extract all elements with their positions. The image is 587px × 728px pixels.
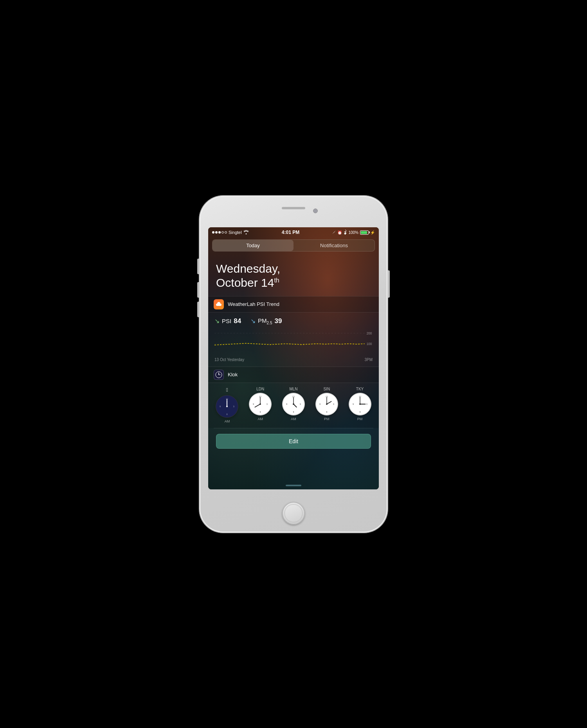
psi-arrow-icon: ↘ <box>214 317 220 325</box>
clock-mln: MLN 12 3 6 9 <box>282 387 305 421</box>
speaker <box>282 207 305 209</box>
date-month-day: October 14th <box>216 276 371 290</box>
svg-text:6: 6 <box>227 413 228 415</box>
svg-text:3: 3 <box>366 403 367 405</box>
weatherlah-widget-header: WeatherLah PSI Trend <box>208 296 379 313</box>
pm-item: ↘ PM2.5 39 <box>250 317 282 325</box>
date-suffix: th <box>274 277 279 284</box>
signal-dot-5 <box>225 231 227 234</box>
klok-widget-header: Klok <box>208 367 379 383</box>
tab-bar[interactable]: Today Notifications <box>212 239 375 252</box>
edit-section: Edit <box>208 428 379 454</box>
psi-item: ↘ PSI 84 <box>214 317 241 325</box>
weatherlah-content: ↘ PSI 84 ↘ PM2.5 39 <box>208 313 379 367</box>
clock-tky: TKY 12 3 6 9 <box>349 387 371 421</box>
battery-icon <box>360 230 369 235</box>
signal-dot-1 <box>212 231 214 234</box>
signal-dot-2 <box>215 231 218 234</box>
phone-shell: Singtel 4:01 PM <box>200 196 387 532</box>
psi-chart: 200 100 <box>214 329 373 356</box>
svg-text:12: 12 <box>359 395 361 397</box>
svg-text:12: 12 <box>259 395 262 397</box>
clock-face-local: 12 3 6 9 <box>216 395 238 418</box>
charging-icon: ⚡ <box>370 230 375 235</box>
wifi-icon <box>243 230 249 235</box>
tab-notifications[interactable]: Notifications <box>294 240 375 251</box>
svg-text:12: 12 <box>326 395 328 397</box>
svg-point-45 <box>359 403 361 405</box>
status-left: Singtel <box>212 230 249 235</box>
status-right: ⏰ 100% <box>332 230 375 235</box>
home-button-inner <box>284 504 303 522</box>
front-camera <box>313 209 318 213</box>
svg-text:3: 3 <box>266 403 268 405</box>
svg-text:3: 3 <box>333 403 334 405</box>
pm-arrow-icon: ↘ <box>250 317 256 325</box>
screen-content: Singtel 4:01 PM <box>208 227 379 489</box>
svg-text:200: 200 <box>367 331 372 335</box>
svg-text:12: 12 <box>292 395 295 397</box>
svg-point-37 <box>326 403 328 405</box>
klok-content:  12 3 6 9 <box>208 383 379 428</box>
pm-label: PM2.5 <box>258 317 272 325</box>
location-icon <box>332 230 336 235</box>
clock-face-sin: 12 3 6 9 <box>315 393 338 415</box>
edit-button[interactable]: Edit <box>216 434 371 449</box>
chart-label-left: 13 Oct Yesterday <box>214 358 244 362</box>
clock-face-mln: 12 3 6 9 <box>282 393 305 415</box>
tab-today[interactable]: Today <box>212 240 294 251</box>
svg-text:9: 9 <box>220 405 221 407</box>
clock-face-tky: 12 3 6 9 <box>349 393 371 415</box>
clock-ldn-label: LDN <box>256 387 264 391</box>
klok-icon <box>214 370 224 380</box>
clock-face-ldn: 12 3 6 9 <box>249 393 272 415</box>
clock-sin-ampm: PM <box>324 417 330 421</box>
svg-text:3: 3 <box>233 405 234 407</box>
psi-label: PSI <box>222 318 231 324</box>
clock-ldn-ampm: AM <box>257 417 263 421</box>
clock-local:  12 3 6 9 <box>216 387 238 423</box>
status-time: 4:01 PM <box>282 230 299 235</box>
svg-point-29 <box>293 403 294 405</box>
svg-text:9: 9 <box>286 403 287 405</box>
chart-label-right: 3PM <box>364 358 373 362</box>
svg-text:3: 3 <box>300 403 301 405</box>
home-button[interactable] <box>282 502 305 525</box>
alarm-icon: ⏰ <box>337 230 342 235</box>
pm-value: 39 <box>275 317 282 325</box>
date-day: Wednesday, <box>216 262 371 276</box>
clock-sin: SIN 12 3 6 9 <box>315 387 338 421</box>
klok-title: Klok <box>228 372 238 377</box>
clocks-row:  12 3 6 9 <box>211 387 376 423</box>
home-indicator <box>286 485 301 486</box>
date-section: Wednesday, October 14th <box>208 254 379 296</box>
svg-text:6: 6 <box>359 411 360 413</box>
svg-text:6: 6 <box>293 411 294 413</box>
signal-dots <box>212 231 227 234</box>
carrier-name: Singtel <box>229 230 242 235</box>
clock-ldn: LDN 12 3 6 9 <box>249 387 272 421</box>
clock-mln-label: MLN <box>289 387 297 391</box>
psi-row: ↘ PSI 84 ↘ PM2.5 39 <box>214 317 373 325</box>
weatherlah-icon <box>214 299 224 309</box>
chart-labels: 13 Oct Yesterday 3PM <box>214 358 373 362</box>
clock-sin-label: SIN <box>323 387 330 391</box>
svg-text:9: 9 <box>319 403 321 405</box>
clock-tky-ampm: PM <box>357 417 363 421</box>
signal-dot-4 <box>221 231 224 234</box>
clock-tky-label: TKY <box>356 387 364 391</box>
svg-text:9: 9 <box>253 403 254 405</box>
apple-logo-icon:  <box>226 387 228 393</box>
psi-value: 84 <box>234 317 241 325</box>
clock-mln-ampm: AM <box>291 417 296 421</box>
svg-point-13 <box>226 406 228 407</box>
svg-point-21 <box>259 403 261 405</box>
signal-dot-3 <box>218 231 221 234</box>
status-bar: Singtel 4:01 PM <box>208 227 379 237</box>
battery-percentage: 100% <box>348 230 358 235</box>
bluetooth-icon <box>344 230 347 235</box>
svg-text:100: 100 <box>367 342 372 345</box>
weatherlah-title: WeatherLah PSI Trend <box>228 301 279 307</box>
clock-local-ampm: AM <box>225 419 230 423</box>
svg-text:6: 6 <box>260 411 261 413</box>
